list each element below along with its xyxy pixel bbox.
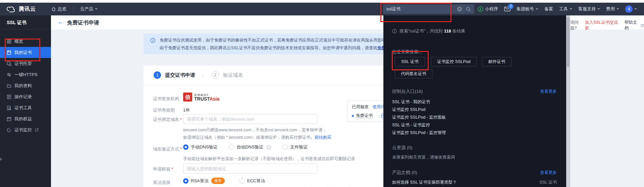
console-entry[interactable]: 证书监控 SSLPod — [392, 107, 425, 113]
nav-tools[interactable]: 工具 — [559, 6, 572, 12]
suggestion-code-sign-cert[interactable]: 代码签名证书 — [395, 69, 432, 78]
docs-view-more-link[interactable]: 查看更多 — [540, 170, 557, 176]
page-title: 免费证书申请 — [67, 19, 99, 26]
domain-label: 证书绑定域名 — [153, 117, 182, 123]
sidebar-item-cert-hosting[interactable]: 证书托管 — [0, 58, 51, 69]
radio-icon — [239, 178, 245, 184]
global-search-box[interactable] — [383, 4, 474, 14]
sliders-icon — [7, 72, 11, 77]
resource-empty-text: 未搜索到相关资源，请修改搜索词 — [392, 154, 455, 160]
radio-manual-dns[interactable]: 手动DNS验证 — [183, 144, 217, 150]
join-group-link[interactable]: 加入SSL证书交流群 — [585, 20, 619, 31]
verify-method-label: 域名验证方式 — [153, 146, 182, 152]
nav-miniprogram[interactable]: 小程序 — [478, 6, 498, 12]
step1-label: 提交证书申请 — [165, 72, 195, 78]
sidebar-title: SSL 证书 — [0, 15, 51, 29]
sidebar-item-operation-log[interactable]: 操作记录 — [0, 91, 51, 102]
back-arrow-icon[interactable]: ← — [58, 19, 63, 25]
radio-auto-dns[interactable]: 自动DNS验证 i — [229, 144, 271, 150]
info-circle-icon: i — [267, 145, 271, 149]
gauge-icon — [7, 128, 11, 132]
brand-name: 腾讯云 — [19, 6, 36, 13]
console-entry[interactable]: 证书监控 SSLPod - 监控面板 — [392, 115, 446, 120]
home-icon — [51, 7, 56, 11]
validity-value: 1年 — [183, 107, 190, 113]
doc-search-icon — [7, 106, 11, 110]
chevron-down-icon — [597, 8, 600, 11]
radio-selected-icon — [183, 144, 189, 150]
email-label: 申请邮箱 — [153, 166, 173, 172]
sidebar-collapse-handle[interactable] — [0, 158, 4, 161]
certificate-icon — [7, 50, 11, 55]
nav-group-account[interactable]: 集团账号 — [517, 6, 538, 12]
info-icon — [392, 29, 397, 34]
free-cert-term[interactable]: 免费证书 — [356, 113, 373, 119]
issuer-label: 证书签发机构 — [153, 96, 179, 102]
search-icon[interactable] — [466, 7, 471, 12]
console-entry[interactable]: 证书监控 SSLPod - 监控管理 — [392, 130, 446, 136]
radio-ecc[interactable]: ECC算法 — [239, 178, 265, 184]
clear-icon[interactable] — [457, 7, 462, 11]
search-results-panel: 搜索"ssl证书"，共找到 118 条结果 您是否要搜索... SSL 证书 证… — [383, 15, 566, 187]
validity-label: 证书有效期 — [153, 107, 175, 113]
help-question-text: 询问题? — [570, 20, 584, 31]
sidebar-item-my-certificates[interactable]: 我的证书 — [0, 47, 51, 58]
sidebar: SSL 证书 概览 我的证书 证书托管 一键HTTPS 我的资料 — [0, 15, 51, 187]
radio-rsa[interactable]: RSA算法 — [183, 178, 209, 184]
console-view-more-link[interactable]: 查看更多 — [540, 89, 557, 95]
search-result-summary: 搜索"ssl证书"，共找到 118 条结果 — [399, 28, 465, 34]
radio-file-verify[interactable]: 文件验证 — [282, 144, 308, 150]
external-link-icon — [641, 24, 644, 27]
avatar: 4 — [625, 5, 633, 13]
sidebar-item-one-click-https[interactable]: 一键HTTPS — [0, 69, 51, 80]
account-menu[interactable]: 4 — [625, 5, 637, 13]
tencent-cloud-logo-icon — [6, 6, 15, 12]
top-navbar: 腾讯云 总览 云产品 — [0, 3, 644, 15]
scrollbar[interactable] — [566, 15, 570, 187]
step2-label: 验证域名 — [223, 72, 243, 78]
chevron-down-icon — [536, 8, 538, 11]
domain-help-1: tencent.com只赠送www.tencent.com，不包含ssl.ten… — [183, 127, 327, 133]
domain-input[interactable] — [183, 114, 317, 124]
radio-icon — [229, 144, 234, 150]
sidebar-item-cert-monitor[interactable]: 证书监控 — [0, 124, 51, 135]
message-count-badge: 2 — [508, 4, 514, 9]
suggestion-email-cert[interactable]: 邮件证书 — [482, 57, 512, 66]
trustasia-logo: 信 亚洲诚信® TRUSTAsia — [183, 92, 219, 102]
domain-help-2: 如需绑定泛域名（例如 *.tencent.com）或者绑定IP，请购买付费证书。… — [183, 135, 331, 140]
search-input[interactable] — [383, 7, 457, 12]
sidebar-item-my-benefits[interactable]: 我的权益 — [0, 113, 51, 124]
email-input[interactable] — [183, 164, 317, 174]
console-entry[interactable]: SSL 证书 - 证书监控 — [392, 122, 430, 128]
suggestion-ssl-cert[interactable]: SSL 证书 — [395, 57, 425, 66]
nav-messages[interactable]: 2 — [504, 7, 511, 11]
calendar-icon — [7, 117, 11, 121]
bullet-dot-icon — [352, 115, 354, 117]
step1-indicator: 1 — [154, 71, 161, 79]
tencent-cloud-console: 腾讯云 总览 云产品 — [0, 0, 644, 187]
nav-support[interactable]: 客服支持 — [578, 6, 600, 12]
step-chevron-icon: › — [203, 72, 204, 78]
external-link-icon — [35, 128, 39, 132]
help-doc-link[interactable]: 帮助文档 — [625, 20, 644, 31]
sidebar-item-overview[interactable]: 概览 — [0, 36, 51, 47]
console-entry[interactable]: SSL 证书 - 我的证书 — [392, 99, 430, 105]
go-purchase-link[interactable]: 前往购买 — [315, 135, 331, 140]
sidebar-item-my-profile[interactable]: 我的资料 — [0, 80, 51, 91]
document-lines-icon — [7, 95, 11, 99]
recommend-badge: 推荐 — [211, 178, 225, 184]
chevron-down-icon — [95, 8, 98, 11]
suggestion-sslpod[interactable]: 证书监控 SSLPod — [431, 57, 477, 66]
nav-billing[interactable]: 费用 — [606, 6, 619, 12]
verify-help: 手动前往域名解析平台添加一条解析记录（不影响域名使用），证书签发成功后即可删除记… — [183, 156, 355, 162]
nav-products-menu[interactable]: 云产品 — [80, 6, 98, 12]
chevron-down-icon — [570, 8, 572, 11]
miniprogram-icon — [478, 6, 483, 12]
scrollbar-thumb[interactable] — [567, 17, 570, 67]
sidebar-item-cert-tools[interactable]: 证书工具 — [0, 102, 51, 113]
doc-entry[interactable]: 如何选择 SSL 证书安装部署类型？ — [392, 180, 457, 185]
docs-section-title: 产品文档 (0) — [392, 170, 417, 176]
nav-beian[interactable]: 备案 — [544, 6, 553, 12]
nav-overview[interactable]: 总览 — [51, 6, 66, 12]
chevron-down-icon — [616, 8, 619, 11]
